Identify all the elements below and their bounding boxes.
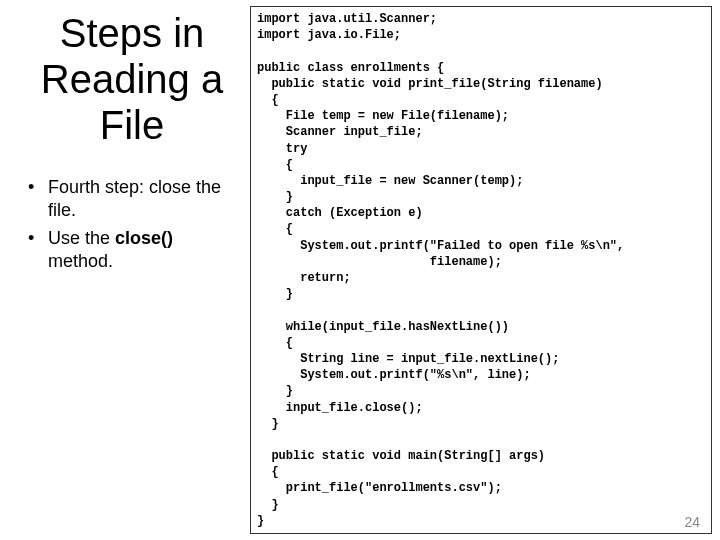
bullet-item: • Fourth step: close the file.	[28, 176, 240, 221]
bullet-pre: Use the	[48, 228, 115, 248]
code-block: import java.util.Scanner; import java.io…	[250, 6, 712, 534]
right-column: import java.util.Scanner; import java.io…	[250, 0, 720, 540]
bullet-bold: close()	[115, 228, 173, 248]
slide-title: Steps in Reading a File	[24, 10, 240, 148]
page-number: 24	[684, 514, 700, 530]
title-line-1: Steps in	[60, 11, 205, 55]
bullet-dot-icon: •	[28, 227, 38, 272]
bullet-post: method.	[48, 251, 113, 271]
slide: Steps in Reading a File • Fourth step: c…	[0, 0, 720, 540]
bullet-item: • Use the close() method.	[28, 227, 240, 272]
bullet-dot-icon: •	[28, 176, 38, 221]
bullet-text: Fourth step: close the file.	[48, 176, 240, 221]
left-column: Steps in Reading a File • Fourth step: c…	[0, 0, 250, 540]
title-line-2: Reading a	[41, 57, 223, 101]
bullet-text: Use the close() method.	[48, 227, 240, 272]
title-line-3: File	[100, 103, 164, 147]
bullet-list: • Fourth step: close the file. • Use the…	[24, 176, 240, 272]
